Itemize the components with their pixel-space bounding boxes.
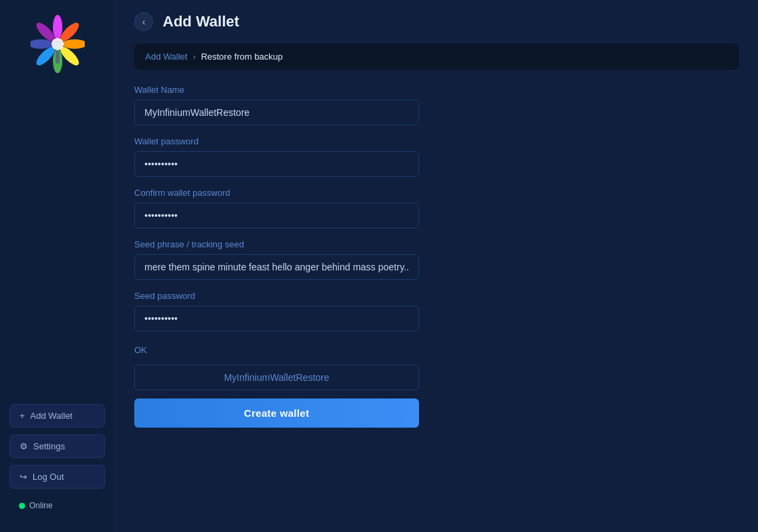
seed-password-input[interactable] bbox=[134, 306, 419, 331]
page-content: Add Wallet › Restore from backup Wallet … bbox=[115, 43, 758, 532]
plus-icon: + bbox=[20, 411, 25, 421]
sidebar: + Add Wallet ⚙ Settings ↪ Log Out Online bbox=[0, 0, 115, 532]
create-wallet-button[interactable]: Create wallet bbox=[134, 398, 419, 428]
app-logo bbox=[31, 14, 85, 75]
online-dot bbox=[19, 503, 25, 509]
svg-point-0 bbox=[53, 15, 62, 39]
logout-label: Log Out bbox=[33, 472, 64, 482]
settings-button[interactable]: ⚙ Settings bbox=[9, 434, 105, 458]
online-label: Online bbox=[29, 501, 53, 510]
logout-icon: ↪ bbox=[20, 472, 27, 482]
add-wallet-label: Add Wallet bbox=[31, 411, 73, 421]
logo-area bbox=[31, 14, 85, 81]
main-content: ‹ Add Wallet Add Wallet › Restore from b… bbox=[115, 0, 758, 532]
wallet-password-input[interactable] bbox=[134, 151, 419, 177]
breadcrumb: Add Wallet › Restore from backup bbox=[134, 43, 739, 70]
add-wallet-form: Wallet Name Wallet password Confirm wall… bbox=[134, 85, 419, 428]
wallet-name-input[interactable] bbox=[134, 100, 419, 125]
breadcrumb-separator: › bbox=[193, 52, 195, 62]
svg-point-2 bbox=[62, 39, 85, 49]
svg-point-6 bbox=[31, 39, 53, 49]
breadcrumb-current: Restore from backup bbox=[201, 52, 283, 62]
sidebar-bottom: + Add Wallet ⚙ Settings ↪ Log Out Online bbox=[0, 404, 115, 510]
page-title: Add Wallet bbox=[163, 13, 239, 30]
breadcrumb-parent[interactable]: Add Wallet bbox=[145, 52, 187, 62]
confirm-password-label: Confirm wallet password bbox=[134, 188, 419, 198]
logout-button[interactable]: ↪ Log Out bbox=[9, 465, 105, 489]
wallet-name-label: Wallet Name bbox=[134, 85, 419, 95]
back-button[interactable]: ‹ bbox=[134, 12, 153, 31]
back-icon: ‹ bbox=[142, 16, 146, 27]
page-header: ‹ Add Wallet bbox=[115, 0, 758, 43]
gear-icon: ⚙ bbox=[20, 441, 28, 451]
online-indicator: Online bbox=[9, 495, 105, 510]
svg-point-8 bbox=[52, 38, 64, 50]
seed-phrase-label: Seed phrase / tracking seed bbox=[134, 239, 419, 249]
add-wallet-button[interactable]: + Add Wallet bbox=[9, 404, 105, 428]
ok-indicator: OK bbox=[134, 345, 419, 355]
wallet-name-display: MyInfiniumWalletRestore bbox=[134, 365, 419, 390]
svg-rect-9 bbox=[56, 50, 60, 64]
seed-phrase-input[interactable] bbox=[134, 254, 419, 280]
seed-password-label: Seed password bbox=[134, 291, 419, 301]
settings-label: Settings bbox=[33, 441, 65, 451]
wallet-password-label: Wallet password bbox=[134, 136, 419, 146]
confirm-password-input[interactable] bbox=[134, 203, 419, 228]
